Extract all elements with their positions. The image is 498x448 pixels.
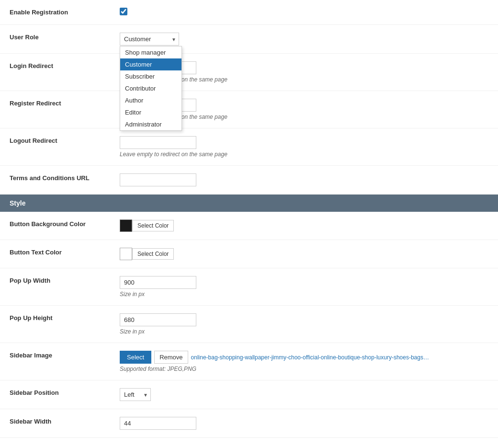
sidebar-width-row: Sidebar Width (0, 409, 498, 438)
form-table: Enable Registration User Role Shop manag… (0, 0, 498, 195)
button-bg-color-input-col: Select Color (115, 212, 498, 240)
style-form-table: Button Background Color Select Color But… (0, 212, 498, 438)
popup-height-hint: Size in px (120, 328, 488, 335)
popup-height-label: Pop Up Height (0, 306, 115, 343)
button-text-color-select-btn[interactable]: Select Color (132, 248, 174, 260)
logout-redirect-label: Logout Redirect (0, 128, 115, 166)
logout-redirect-input[interactable] (120, 136, 196, 149)
sidebar-width-input[interactable] (120, 417, 196, 430)
terms-url-input-col (115, 166, 498, 195)
sidebar-position-container[interactable]: Left Right ▼ (120, 388, 151, 401)
popup-height-input-col: Size in px (115, 306, 498, 343)
logout-redirect-row: Logout Redirect Leave empty to redirect … (0, 128, 498, 166)
dropdown-item-administrator[interactable]: Administrator (120, 118, 181, 130)
user-role-select[interactable]: Shop manager Customer Subscriber Contrib… (120, 33, 179, 46)
sidebar-width-label: Sidebar Width (0, 409, 115, 438)
terms-url-row: Terms and Conditions URL (0, 166, 498, 195)
button-bg-color-label: Button Background Color (0, 212, 115, 240)
register-redirect-row: Register Redirect Leave empty to redirec… (0, 91, 498, 128)
user-role-dropdown-container[interactable]: Shop manager Customer Subscriber Contrib… (120, 33, 179, 46)
sidebar-image-remove-btn[interactable]: Remove (154, 351, 188, 364)
sidebar-width-input-col (115, 409, 498, 438)
user-role-dropdown-overlay[interactable]: Shop manager Customer Subscriber Contrib… (120, 46, 182, 131)
settings-page: Enable Registration User Role Shop manag… (0, 0, 498, 448)
button-bg-color-row: Button Background Color Select Color (0, 212, 498, 240)
enable-registration-label: Enable Registration (0, 0, 115, 25)
dropdown-item-contributor[interactable]: Contributor (120, 82, 181, 94)
logout-redirect-input-col: Leave empty to redirect on the same page (115, 128, 498, 166)
button-text-color-row-inner: Select Color (120, 248, 488, 260)
button-text-color-label: Button Text Color (0, 240, 115, 268)
sidebar-position-row: Sidebar Position Left Right ▼ (0, 380, 498, 409)
sidebar-image-filename: online-bag-shopping-wallpaper-jimmy-choo… (191, 354, 430, 361)
sidebar-image-hint: Supported format: JPEG,PNG (120, 366, 488, 372)
dropdown-item-shop-manager[interactable]: Shop manager (120, 46, 181, 58)
login-redirect-row: Login Redirect Leave empty to redirect o… (0, 54, 498, 91)
sidebar-image-label: Sidebar Image (0, 343, 115, 380)
enable-registration-checkbox[interactable] (120, 8, 127, 15)
popup-width-row: Pop Up Width Size in px (0, 268, 498, 306)
enable-registration-row: Enable Registration (0, 0, 498, 25)
button-text-color-swatch[interactable] (120, 248, 132, 260)
button-bg-color-swatch[interactable] (120, 219, 132, 232)
sidebar-position-input-col: Left Right ▼ (115, 380, 498, 409)
popup-width-label: Pop Up Width (0, 268, 115, 306)
user-role-label: User Role (0, 25, 115, 54)
user-role-row: User Role Shop manager Customer Subscrib… (0, 25, 498, 54)
sidebar-position-label: Sidebar Position (0, 380, 115, 409)
button-bg-color-select-btn[interactable]: Select Color (132, 220, 174, 231)
user-role-input-col: Shop manager Customer Subscriber Contrib… (115, 25, 498, 54)
dropdown-item-author[interactable]: Author (120, 94, 181, 106)
button-text-color-row: Button Text Color Select Color (0, 240, 498, 268)
button-bg-color-row-inner: Select Color (120, 219, 488, 232)
sidebar-image-input-col: Select Remove online-bag-shopping-wallpa… (115, 343, 498, 380)
popup-height-row: Pop Up Height Size in px (0, 306, 498, 343)
dropdown-item-editor[interactable]: Editor (120, 106, 181, 118)
popup-height-input[interactable] (120, 313, 196, 326)
enable-registration-input-col (115, 0, 498, 25)
popup-width-input-col: Size in px (115, 268, 498, 306)
register-redirect-label: Register Redirect (0, 91, 115, 128)
dropdown-item-customer[interactable]: Customer (120, 58, 181, 70)
sidebar-image-select-btn[interactable]: Select (120, 351, 151, 364)
style-section-header: Style (0, 195, 498, 212)
button-text-color-input-col: Select Color (115, 240, 498, 268)
logout-redirect-hint: Leave empty to redirect on the same page (120, 151, 488, 158)
popup-width-hint: Size in px (120, 291, 488, 298)
terms-url-input[interactable] (120, 173, 196, 186)
login-redirect-label: Login Redirect (0, 54, 115, 91)
sidebar-image-row-inner: Select Remove online-bag-shopping-wallpa… (120, 351, 488, 364)
style-section-label: Style (10, 199, 25, 207)
popup-width-input[interactable] (120, 276, 196, 289)
terms-url-label: Terms and Conditions URL (0, 166, 115, 195)
dropdown-item-subscriber[interactable]: Subscriber (120, 70, 181, 82)
sidebar-image-row: Sidebar Image Select Remove online-bag-s… (0, 343, 498, 380)
sidebar-position-select[interactable]: Left Right (120, 388, 151, 401)
